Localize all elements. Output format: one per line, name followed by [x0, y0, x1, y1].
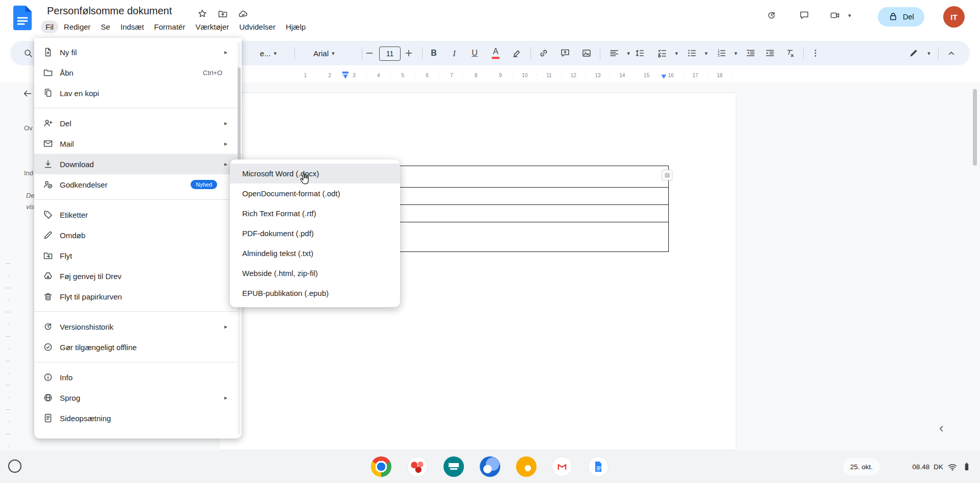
launcher-button[interactable]	[8, 459, 21, 473]
insert-link-button[interactable]	[539, 48, 549, 58]
menubar-item-rediger[interactable]: Rediger	[59, 20, 96, 33]
underline-button[interactable]: U	[472, 49, 478, 57]
decrease-indent-button[interactable]	[745, 48, 756, 58]
video-call-caret-icon[interactable]: ▾	[848, 12, 851, 19]
menu-item-flyt-til-papirkurven[interactable]: Flyt til papirkurven	[34, 286, 242, 307]
submenu-item-webside-html-zip-fil[interactable]: Webside (.html, zip-fil)	[230, 263, 400, 283]
bulleted-list-button[interactable]	[687, 48, 697, 58]
ruler-tick	[6, 434, 10, 434]
menu-item-lav-en-kopi[interactable]: Lav en kopi	[34, 83, 242, 103]
font-name-label: Arial	[313, 50, 329, 57]
menu-item-gør-tilgængeligt-offline[interactable]: Gør tilgængeligt offline	[34, 337, 242, 357]
left-indent-marker[interactable]	[343, 75, 348, 79]
text-color-button[interactable]: A	[492, 48, 500, 59]
submenu-item-pdf-dokument-pdf[interactable]: PDF-dokument (.pdf)	[230, 223, 400, 243]
styles-dropdown[interactable]: e... ▾	[260, 50, 276, 57]
insert-image-button[interactable]	[581, 48, 592, 58]
yellow-app-icon[interactable]	[516, 456, 536, 477]
cloud-status-icon[interactable]	[238, 9, 248, 21]
menubar-item-udvidelser[interactable]: Udvidelser	[235, 20, 280, 33]
menu-item-sprog[interactable]: Sprog▸	[34, 387, 242, 408]
menu-item-ny-fil[interactable]: Ny fil▸	[34, 42, 242, 62]
vertical-ruler	[0, 83, 13, 450]
font-size-input[interactable]: 11	[379, 47, 401, 61]
toolbar-divider	[294, 47, 295, 59]
first-line-indent-marker[interactable]	[342, 72, 348, 74]
align-button[interactable]	[609, 48, 619, 58]
teal-app-icon[interactable]	[444, 456, 464, 477]
menu-item-info[interactable]: Info	[34, 367, 242, 387]
red-app-icon[interactable]	[407, 456, 428, 477]
submenu-item-microsoft-word-docx[interactable]: Microsoft Word (.docx)	[230, 164, 400, 183]
scrollbar-thumb[interactable]	[973, 89, 977, 166]
ruler-number: 16	[668, 73, 674, 78]
font-dropdown[interactable]: Arial ▾	[313, 50, 335, 57]
decrease-font-size-button[interactable]	[364, 48, 375, 58]
submenu-item-opendocument-format-odt[interactable]: OpenDocument-format (.odt)	[230, 183, 400, 203]
submenu-item-rich-text-format-rtf[interactable]: Rich Text Format (.rtf)	[230, 203, 400, 223]
menu-item-føj-genvej-til-drev[interactable]: Føj genvej til Drev	[34, 266, 242, 286]
menubar-item-fil[interactable]: Fil	[41, 20, 58, 33]
back-arrow-icon[interactable]	[22, 88, 33, 101]
outline-panel-item[interactable]: Ind	[24, 169, 33, 177]
blue-app-icon[interactable]	[480, 456, 500, 477]
menu-item-mail[interactable]: Mail▸	[34, 133, 242, 154]
menu-item-sideopsætning[interactable]: Sideopsætning	[34, 408, 242, 428]
menu-item-godkendelser[interactable]: GodkendelserNyhed	[34, 174, 242, 195]
menubar-item-indsæt[interactable]: Indsæt	[116, 20, 149, 33]
increase-font-size-button[interactable]	[404, 48, 414, 58]
clock-label: 08.48	[912, 463, 929, 471]
line-spacing-button[interactable]	[635, 48, 645, 58]
table-menu-button[interactable]	[662, 170, 672, 180]
submenu-item-epub-publikation-epub[interactable]: EPUB-publikation (.epub)	[230, 283, 400, 303]
increase-indent-button[interactable]	[765, 48, 775, 58]
menu-item-del[interactable]: Del▸	[34, 113, 242, 133]
status-tray[interactable]: 08.48 DK	[909, 458, 975, 475]
bold-button[interactable]: B	[431, 49, 437, 57]
video-call-icon[interactable]	[830, 10, 840, 22]
menu-item-versionshistorik[interactable]: Versionshistorik▸	[34, 316, 242, 337]
docs-logo-icon[interactable]	[13, 6, 32, 32]
add-comment-button[interactable]	[560, 48, 570, 58]
approvals-icon	[42, 179, 54, 190]
hide-menus-button[interactable]	[946, 48, 956, 58]
chrome-icon[interactable]	[371, 456, 391, 477]
editing-mode-caret-icon[interactable]: ▾	[927, 51, 930, 56]
menu-item-download[interactable]: Download▸	[34, 154, 242, 174]
highlight-color-button[interactable]	[512, 48, 522, 58]
bulleted-list-caret-icon[interactable]: ▾	[705, 51, 708, 56]
numbered-list-button[interactable]: 123	[716, 48, 727, 58]
gmail-icon[interactable]	[552, 456, 572, 477]
star-icon[interactable]	[197, 9, 207, 21]
avatar[interactable]: IT	[943, 6, 965, 28]
italic-button[interactable]: I	[453, 49, 456, 58]
version-history-icon[interactable]	[766, 10, 777, 22]
clear-formatting-button[interactable]	[785, 48, 795, 58]
search-icon[interactable]	[23, 48, 33, 58]
menubar-item-værktøjer[interactable]: Værktøjer	[191, 20, 234, 33]
right-indent-marker[interactable]	[661, 75, 666, 79]
submenu-item-almindelig-tekst-txt[interactable]: Almindelig tekst (.txt)	[230, 243, 400, 263]
collapse-side-panel-button[interactable]: ‹	[939, 421, 944, 434]
checklist-caret-icon[interactable]: ▾	[675, 51, 678, 56]
more-options-icon[interactable]	[810, 48, 821, 58]
trash-icon	[42, 291, 54, 302]
editing-mode-button[interactable]	[908, 48, 919, 58]
menu-item-etiketter[interactable]: Etiketter	[34, 204, 242, 225]
date-display[interactable]: 25. okt.	[843, 458, 880, 475]
menu-item-omdøb[interactable]: Omdøb	[34, 225, 242, 245]
docs-icon[interactable]	[588, 456, 609, 477]
align-caret-icon[interactable]: ▾	[627, 51, 630, 56]
menubar-item-se[interactable]: Se	[96, 20, 114, 33]
menubar-item-hjælp[interactable]: Hjælp	[281, 20, 310, 33]
checklist-button[interactable]	[657, 48, 667, 58]
numbered-list-caret-icon[interactable]: ▾	[734, 51, 737, 56]
menu-item-åbn[interactable]: ÅbnCtrl+O	[34, 62, 242, 83]
share-button[interactable]: Del	[878, 7, 924, 27]
comments-icon[interactable]	[799, 10, 809, 22]
move-to-folder-icon[interactable]	[218, 9, 228, 21]
document-scrollbar[interactable]	[973, 85, 977, 447]
document-title[interactable]: Personfølsomme dokument	[47, 5, 172, 17]
menubar-item-format-r[interactable]: Formatér	[150, 20, 190, 33]
menu-item-flyt[interactable]: Flyt	[34, 245, 242, 266]
